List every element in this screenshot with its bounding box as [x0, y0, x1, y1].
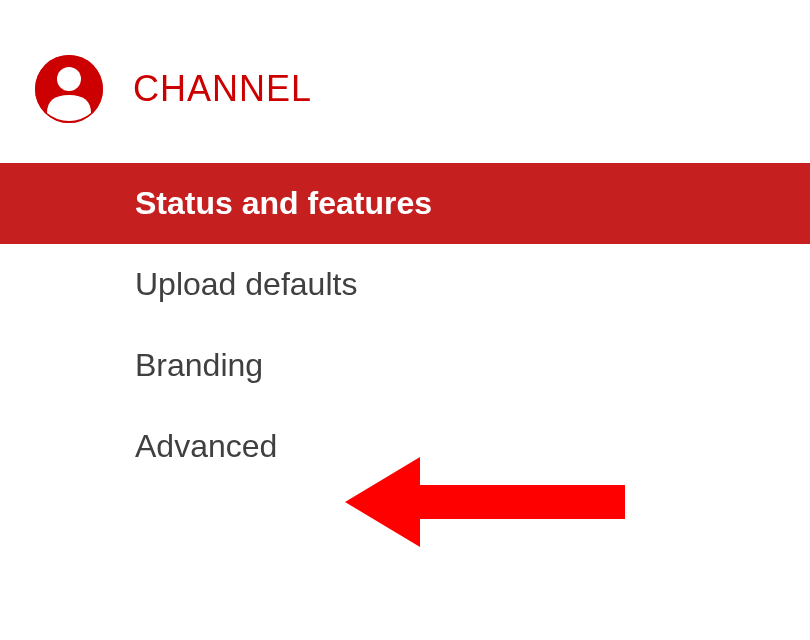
channel-title: CHANNEL: [133, 68, 312, 110]
channel-header: CHANNEL: [0, 0, 810, 163]
menu-item-status-and-features[interactable]: Status and features: [0, 163, 810, 244]
menu-item-label: Status and features: [135, 185, 432, 221]
channel-menu: Status and features Upload defaults Bran…: [0, 163, 810, 487]
menu-item-advanced[interactable]: Advanced: [0, 406, 810, 487]
svg-point-1: [57, 67, 81, 91]
avatar-icon: [35, 55, 103, 123]
menu-item-upload-defaults[interactable]: Upload defaults: [0, 244, 810, 325]
menu-item-branding[interactable]: Branding: [0, 325, 810, 406]
menu-item-label: Branding: [135, 347, 263, 383]
menu-item-label: Upload defaults: [135, 266, 357, 302]
menu-item-label: Advanced: [135, 428, 277, 464]
